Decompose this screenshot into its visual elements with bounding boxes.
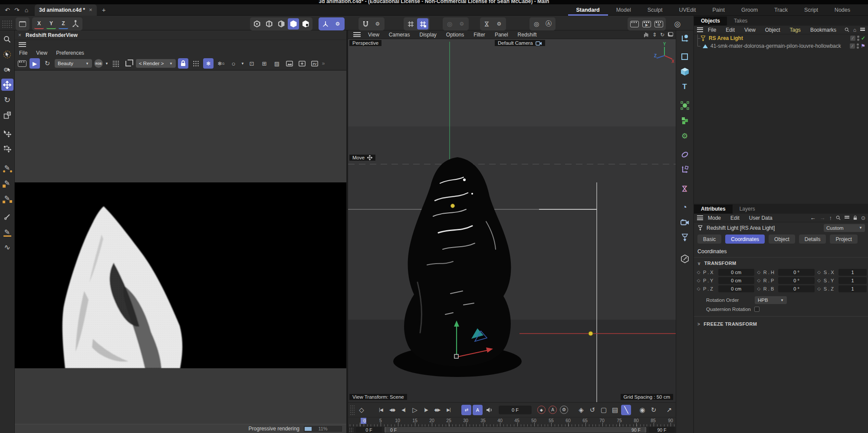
spline-pen-tool-icon[interactable]: ✎ xyxy=(1,162,13,174)
marker-range-button[interactable]: A xyxy=(473,405,483,415)
selection-settings-tool-icon[interactable]: ⚙ xyxy=(1,63,13,76)
sketch-tool-icon[interactable]: ∿ xyxy=(1,241,13,253)
attributes-menu-mode[interactable]: Mode xyxy=(703,215,726,221)
key-filter-button[interactable]: ╲ xyxy=(621,405,631,415)
loop-playback-button[interactable]: ⇄ xyxy=(461,405,471,415)
play-button[interactable]: ▷ xyxy=(410,405,420,415)
objects-menu-view[interactable]: View xyxy=(740,27,760,33)
tab-object[interactable]: Object xyxy=(769,235,795,244)
crop-icon[interactable] xyxy=(123,58,134,69)
point-move-tool-icon[interactable] xyxy=(1,143,13,155)
lock-render-icon[interactable] xyxy=(178,58,188,69)
keying-settings-button[interactable]: ⚙ xyxy=(559,405,569,415)
restart-render-icon[interactable]: ↻ xyxy=(42,58,53,69)
renderview-menu-icon[interactable] xyxy=(19,42,26,47)
object-row-light[interactable]: RS Area Light ∕ ✓ xyxy=(694,34,868,42)
render-settings-icon[interactable]: ⚙ xyxy=(653,18,664,30)
key-diamond-icon[interactable]: ◇ xyxy=(816,270,822,274)
renderview-menu-preferences[interactable]: Preferences xyxy=(56,50,84,56)
color-sample-caret-icon[interactable]: ▼ xyxy=(241,62,244,66)
toolbar-grip[interactable] xyxy=(2,20,13,28)
visibility-dots[interactable] xyxy=(857,43,859,49)
object-tag-icon[interactable]: ⚑ xyxy=(861,43,865,49)
tab-coordinates[interactable]: Coordinates xyxy=(725,235,765,244)
history-back-icon[interactable]: ← xyxy=(810,215,815,221)
sy-field[interactable]: 1 xyxy=(838,277,867,284)
snap-magnet-icon[interactable] xyxy=(360,18,371,30)
viewport-solo-icon[interactable]: ◎ xyxy=(531,18,542,30)
edit-toggle-icon[interactable]: ∕ xyxy=(850,36,855,41)
lock-icon[interactable] xyxy=(853,215,857,220)
edit-toggle-icon[interactable]: ∕ xyxy=(850,43,855,49)
key-scale-button[interactable]: ▢ xyxy=(598,405,608,415)
send-to-picture-viewer-icon[interactable]: PV xyxy=(309,58,320,69)
layout-sculpt[interactable]: Sculpt xyxy=(639,4,671,16)
camera-object-icon[interactable] xyxy=(678,216,691,229)
cloner-symmetry-icon[interactable]: ⋈ xyxy=(678,182,691,195)
viewport-canvas[interactable]: Perspective Default Camera Move Y Z X Vi… xyxy=(348,39,676,402)
spline-cubes-tool-icon[interactable]: ✎ xyxy=(1,192,13,204)
home-filter-icon[interactable]: ⌂ xyxy=(853,27,856,33)
current-frame-field[interactable]: 0 F xyxy=(499,406,532,414)
history-forward-icon[interactable]: → xyxy=(819,215,825,221)
search-icon[interactable] xyxy=(845,27,849,32)
tab-attributes[interactable]: Attributes xyxy=(694,205,733,214)
cycle-button[interactable]: ↻ xyxy=(648,405,658,415)
pan-view-icon[interactable] xyxy=(643,32,649,37)
freeze-transform-header[interactable]: >FREEZE TRANSFORM xyxy=(694,317,868,331)
interactive-render-region-icon[interactable]: ◎ xyxy=(672,18,683,30)
home-icon[interactable]: ⌂ xyxy=(22,5,31,15)
range-start-field[interactable]: 0 F xyxy=(356,427,382,433)
cube-primitive-icon[interactable] xyxy=(678,65,691,78)
auto-mode-icon[interactable]: Ⓐ xyxy=(543,18,554,30)
layout-groom[interactable]: Groom xyxy=(733,4,766,16)
sound-button[interactable] xyxy=(484,405,494,415)
points-mode-icon[interactable] xyxy=(251,18,263,30)
timeline-expand-icon[interactable]: ↗ xyxy=(664,405,674,415)
rotate-tool-icon[interactable]: ↻ xyxy=(1,94,13,106)
content-browser-icon[interactable] xyxy=(17,18,28,30)
key-diamond-icon[interactable]: ◇ xyxy=(756,286,762,291)
freeze-tessellation-icon[interactable]: ❄ xyxy=(203,58,214,69)
undo-icon[interactable]: ↶ xyxy=(3,5,12,15)
move-tool-icon[interactable] xyxy=(1,79,13,91)
polygons-mode-icon[interactable] xyxy=(276,18,287,30)
grid-icon[interactable] xyxy=(405,18,416,30)
light-object-icon[interactable] xyxy=(678,231,691,244)
quantize-grid-lock-icon[interactable] xyxy=(417,18,428,30)
viewport-menu-view[interactable]: View xyxy=(363,32,384,38)
solo-animation-button[interactable]: ◉ xyxy=(637,405,647,415)
prev-key-button[interactable]: ◀◆ xyxy=(387,405,397,415)
spline-square-tool-icon[interactable]: ✎ xyxy=(1,177,13,189)
key-diamond-icon[interactable]: ◇ xyxy=(816,286,822,291)
key-diamond-icon[interactable]: ◇ xyxy=(696,278,701,283)
objects-menu-file[interactable]: File xyxy=(703,27,721,33)
tweak-move-tool-icon[interactable] xyxy=(1,128,13,140)
rotation-order-dropdown[interactable]: HPB▼ xyxy=(755,296,787,304)
object-name[interactable]: 41-smk-mater-dolorosa-germain-pilon-louv… xyxy=(710,43,841,49)
zoom-tool-icon[interactable] xyxy=(1,33,13,45)
tab-project[interactable]: Project xyxy=(830,235,857,244)
renderview-close-icon[interactable]: × xyxy=(18,32,21,38)
layout-model[interactable]: Model xyxy=(608,4,639,16)
symmetry-gear-icon[interactable]: ⚙ xyxy=(493,18,505,30)
rh-field[interactable]: 0 ° xyxy=(778,269,814,276)
pz-field[interactable]: 0 cm xyxy=(718,285,754,292)
layout-track[interactable]: Track xyxy=(766,4,796,16)
range-end-field[interactable]: 90 F xyxy=(649,427,675,433)
enabled-check-icon[interactable]: ✓ xyxy=(861,35,865,41)
redo-icon[interactable]: ↷ xyxy=(12,5,22,15)
layout-uvedit[interactable]: UVEdit xyxy=(671,4,704,16)
objects-menu-edit[interactable]: Edit xyxy=(721,27,740,33)
objects-menu-bookmarks[interactable]: Bookmarks xyxy=(806,27,841,33)
subdivision-surface-icon[interactable] xyxy=(678,99,691,112)
key-parameter-button[interactable]: ▤ xyxy=(610,405,620,415)
rb-field[interactable]: 0 ° xyxy=(778,285,814,292)
region-image-icon[interactable]: ⊞ xyxy=(259,58,270,69)
coordinate-system-icon[interactable] xyxy=(70,18,81,30)
parent-up-icon[interactable]: ↑ xyxy=(829,215,832,221)
needle-tool-icon[interactable] xyxy=(1,211,13,223)
render-view-icon[interactable] xyxy=(629,18,640,30)
key-rotation-button[interactable]: ↺ xyxy=(587,405,597,415)
next-frame-button[interactable]: |▶ xyxy=(421,405,431,415)
